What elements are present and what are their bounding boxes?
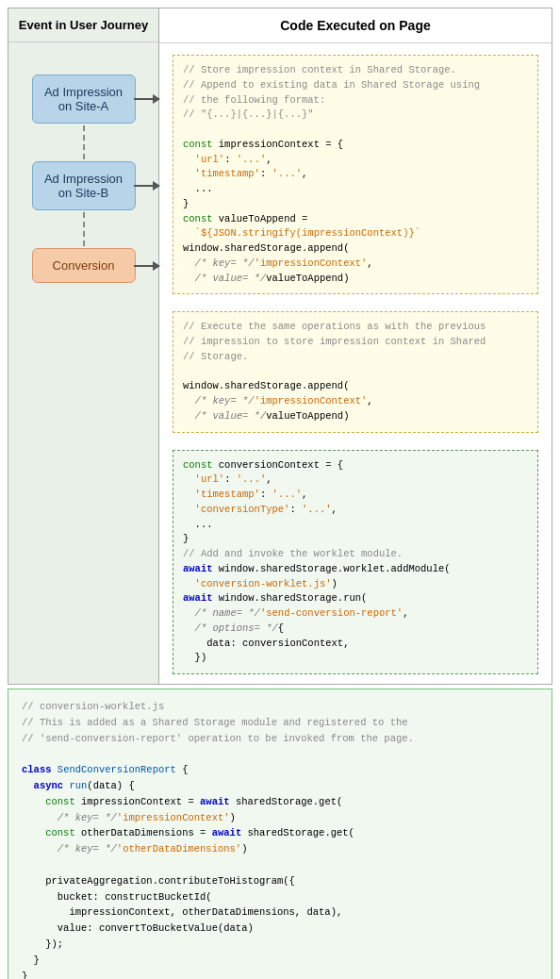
top-section: Event in User Journey Ad Impressionon Si… bbox=[8, 8, 552, 685]
journey-column: Event in User Journey Ad Impressionon Si… bbox=[8, 8, 159, 684]
event-wrapper-2: Ad Impressionon Site-B bbox=[8, 161, 158, 210]
arrow-line-1 bbox=[134, 98, 153, 100]
arrow-2 bbox=[134, 181, 160, 191]
arrow-line-2 bbox=[134, 185, 153, 187]
code-block-3-text: const conversionContext = { 'url': '...'… bbox=[183, 458, 528, 667]
code-block-3: const conversionContext = { 'url': '...'… bbox=[173, 450, 538, 675]
arrow-1 bbox=[134, 94, 160, 104]
dashed-connector-2 bbox=[83, 212, 85, 246]
arrow-line-3 bbox=[134, 265, 153, 267]
code-block-2: // Execute the same operations as with t… bbox=[173, 311, 538, 432]
bottom-code-section: // conversion-worklet.js // This is adde… bbox=[8, 689, 552, 979]
event-box-conversion: Conversion bbox=[32, 248, 136, 283]
dashed-connector-1 bbox=[83, 125, 85, 159]
event-box-site-a: Ad Impressionon Site-A bbox=[32, 75, 136, 124]
event-wrapper-3: Conversion bbox=[8, 248, 158, 283]
event-box-site-b: Ad Impressionon Site-B bbox=[32, 161, 136, 210]
bottom-code-text: // conversion-worklet.js // This is adde… bbox=[22, 699, 538, 979]
arrow-head-2 bbox=[153, 181, 160, 191]
journey-body: Ad Impressionon Site-A Ad Impressionon S… bbox=[8, 42, 158, 313]
arrow-head-1 bbox=[153, 94, 160, 104]
event-wrapper-1: Ad Impressionon Site-A bbox=[8, 75, 158, 124]
code-body: // Store impression context in Shared St… bbox=[159, 43, 552, 684]
code-column: Code Executed on Page // Store impressio… bbox=[159, 8, 552, 684]
code-block-2-text: // Execute the same operations as with t… bbox=[183, 320, 528, 423]
code-header: Code Executed on Page bbox=[159, 8, 552, 43]
code-block-1-text: // Store impression context in Shared St… bbox=[183, 63, 528, 286]
journey-header: Event in User Journey bbox=[8, 8, 158, 42]
arrow-3 bbox=[134, 261, 160, 271]
code-block-1: // Store impression context in Shared St… bbox=[173, 55, 538, 294]
arrow-head-3 bbox=[153, 261, 160, 271]
main-container: Event in User Journey Ad Impressionon Si… bbox=[0, 0, 560, 979]
